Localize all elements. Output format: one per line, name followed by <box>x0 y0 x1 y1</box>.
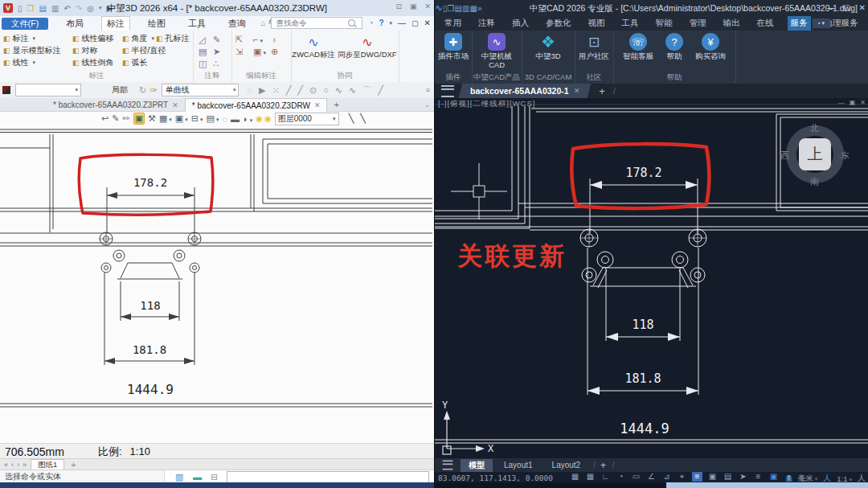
copy-icon[interactable]: ▦ <box>469 4 477 13</box>
vp-close-icon[interactable]: ✕ <box>860 99 866 106</box>
compass-west[interactable]: 西 <box>780 150 789 162</box>
ribbon-button[interactable]: 标注 <box>3 33 61 44</box>
draw-tool-icon[interactable]: ╱ <box>286 85 292 96</box>
edit-dimension-icon[interactable]: ▣ <box>253 47 269 57</box>
menu-item[interactable]: 参数化 <box>542 16 575 31</box>
menu-item[interactable]: 管理 <box>686 16 710 31</box>
first-sheet-icon[interactable]: « <box>4 461 8 469</box>
zw3d-button[interactable]: ❖ 中望3D <box>524 33 572 60</box>
close-icon[interactable]: ✕ <box>859 3 866 12</box>
layout-tab[interactable]: Layout2 <box>544 460 589 470</box>
menu-item[interactable]: 常用 <box>441 16 465 31</box>
open-file-icon[interactable]: ❒ <box>448 4 455 13</box>
smart-support-button[interactable]: ☏ 智能客服 <box>618 33 658 60</box>
menu-item[interactable]: 布局 <box>61 17 88 31</box>
sheet-tab[interactable]: 图纸1 <box>31 459 64 470</box>
menu-item[interactable]: 工具 <box>183 17 211 31</box>
canvas-tool-icon[interactable]: ▣ <box>133 113 145 125</box>
edit-dimension-icon[interactable]: ⇲ <box>235 47 252 57</box>
draw-tool-icon[interactable]: ⊙ <box>309 85 317 96</box>
vp-restore-icon[interactable]: ▣ <box>850 99 856 106</box>
compass-north[interactable]: 北 <box>810 122 819 134</box>
maximize-icon[interactable]: ▢ <box>843 3 850 12</box>
layer-visibility-icon[interactable]: ◉ <box>256 114 263 123</box>
annotation-icon[interactable]: ◿ <box>199 35 211 45</box>
file-tabs-menu-icon[interactable] <box>441 85 454 97</box>
new-tab-icon[interactable]: + <box>334 100 338 109</box>
purchase-consult-button[interactable]: ¥ 购买咨询 <box>690 33 731 60</box>
annotation-icon[interactable]: ◫ <box>199 59 211 69</box>
ribbon-button[interactable]: 对称 <box>72 45 114 56</box>
document-tab[interactable]: backcover-65AAA0320-1 ✕ <box>459 84 592 98</box>
osnap-icon[interactable]: ▭ <box>631 472 641 482</box>
grid-icon[interactable]: ▦ <box>570 472 580 482</box>
annotation-icon[interactable]: ✎ <box>213 35 226 45</box>
canvas-tool-icon[interactable]: ◗ <box>243 114 252 124</box>
layout-tab[interactable]: Layout1 <box>496 460 541 470</box>
brush-icon[interactable]: ✑ <box>149 85 157 96</box>
search-icon[interactable] <box>348 19 355 27</box>
canvas-tool-icon[interactable]: ✏ <box>122 113 129 124</box>
document-tab[interactable]: * backcover-65AAA0320.Z3PRT✕ <box>47 99 185 112</box>
tab-list-dropdown-icon[interactable]: ⌄ <box>424 101 430 109</box>
annotation-scale-selector[interactable]: 1:1 <box>837 474 852 483</box>
plugin-market-button[interactable]: ✚ 插件市场 <box>436 33 471 60</box>
sync-to-dwg-button[interactable]: ∿ 同步至DWG/DXF <box>336 35 399 60</box>
polar-tracking-icon[interactable]: ◔ <box>616 472 626 482</box>
qat-more-icon[interactable]: » <box>477 4 482 13</box>
zwcad-dimension-button[interactable]: ∿ ZWCAD标注 <box>293 35 334 60</box>
draw-tool-icon[interactable]: ╱ <box>297 85 303 96</box>
ribbon-button[interactable]: 半径/直径 <box>122 45 166 56</box>
draw-tool-icon[interactable]: ▶ <box>259 85 265 96</box>
layer-visibility-icon[interactable]: ◉ <box>264 114 272 123</box>
workspace-icon[interactable]: ▣ <box>768 472 779 482</box>
ribbon-button[interactable]: 弧长 <box>122 57 166 68</box>
transparency-icon[interactable]: ▣ <box>707 472 718 482</box>
quick-properties-icon[interactable]: ▤ <box>723 472 733 482</box>
command-search-input[interactable] <box>274 18 348 28</box>
last-sheet-icon[interactable]: » <box>23 461 27 469</box>
units-icon[interactable]: ▣ <box>785 474 792 482</box>
toolbar-overflow-icon[interactable]: ≡ <box>426 86 430 94</box>
cursor-select-icon[interactable]: ➤ <box>738 472 748 482</box>
lineweight-icon[interactable]: ≡ <box>692 472 702 482</box>
edit-dimension-icon[interactable]: ⌐ <box>253 35 269 45</box>
ribbon-button[interactable]: 线性 <box>3 57 61 68</box>
canvas-tool-icon[interactable]: ⊟ <box>191 113 203 124</box>
osnap-tracking-icon[interactable]: ∠ <box>646 472 657 482</box>
edit-dimension-icon[interactable]: ♁ <box>271 35 287 45</box>
menu-item[interactable]: 服务 <box>788 16 811 31</box>
canvas-tool-icon[interactable]: ▦ <box>159 113 172 124</box>
draw-tool-icon[interactable]: ○ <box>323 85 329 95</box>
ribbon-button[interactable]: 线性倒角 <box>72 57 114 68</box>
annotation-icon[interactable]: ➤ <box>213 47 226 57</box>
menu-item[interactable]: 在线 <box>754 16 777 31</box>
ribbon-minimize-icon[interactable]: — <box>398 18 406 27</box>
minimize-icon[interactable]: ⊡ <box>395 2 402 10</box>
zw3d-drawing-canvas[interactable]: ↩✎✏▣⚒▦▣⊟▤◌▬◗ ◉◉ 图层0000▾ ╲╲ 178.2 118 181… <box>0 112 434 443</box>
ribbon-restore-icon[interactable]: ▢ <box>411 19 419 27</box>
canvas-tool-icon[interactable]: ⚒ <box>148 113 156 124</box>
draw-tool-icon[interactable]: ∿ <box>349 85 356 96</box>
restore-icon[interactable]: ▣ <box>410 2 417 10</box>
next-sheet-icon[interactable]: › <box>17 461 19 469</box>
compass-east[interactable]: 东 <box>841 150 850 162</box>
draw-tool-icon[interactable]: ⁙ <box>272 85 279 96</box>
edit-dimension-icon[interactable]: ⊕ <box>271 47 287 57</box>
vp-minimize-icon[interactable]: — <box>838 99 845 106</box>
zwmech-cad-button[interactable]: ∿ 中望机械CAD <box>473 33 520 69</box>
minimize-icon[interactable]: — <box>827 3 835 12</box>
help-icon[interactable]: ? <box>379 18 383 27</box>
close-tab-icon[interactable]: ✕ <box>574 87 580 95</box>
panel-toggle-icon[interactable]: ▥ <box>175 472 183 482</box>
draw-tool-icon[interactable]: ╱ <box>378 85 383 96</box>
draw-tool-icon[interactable]: ⌒ <box>362 84 371 96</box>
console-icon[interactable]: ▬ <box>193 472 202 482</box>
user-community-button[interactable]: ⊡ 用户社区 <box>575 33 612 60</box>
snap-icon[interactable]: ▦ <box>585 472 596 482</box>
compass-south[interactable]: 南 <box>810 176 819 188</box>
menu-item[interactable]: 注释 <box>475 16 498 31</box>
menu-item[interactable]: 工具 <box>619 16 642 31</box>
menu-item[interactable]: 插入 <box>509 16 532 31</box>
ribbon-button[interactable]: 显示模型标注 <box>3 45 61 56</box>
